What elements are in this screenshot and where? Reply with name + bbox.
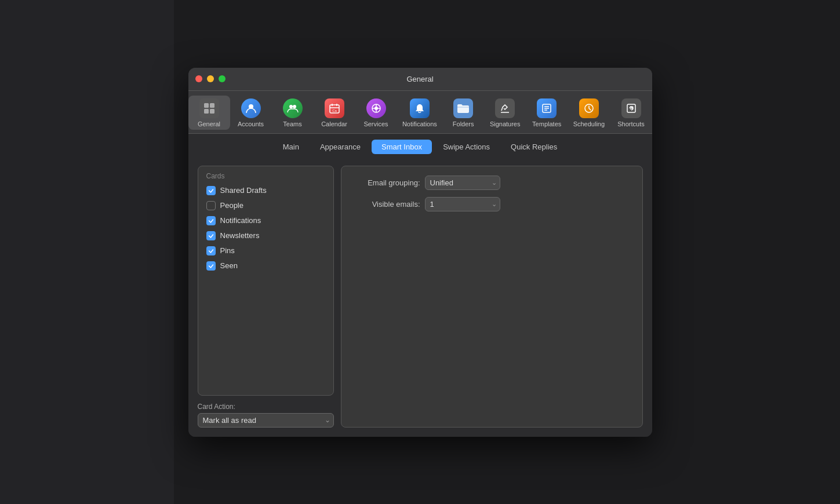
- tab-bar: Main Appearance Smart Inbox Swipe Action…: [188, 134, 652, 159]
- content-area: Cards Shared Drafts People: [188, 159, 652, 437]
- calendar-label: Calendar: [321, 120, 347, 127]
- checkbox-people-check[interactable]: [206, 201, 216, 210]
- checkbox-newsletters-check[interactable]: [206, 231, 216, 240]
- templates-icon: [536, 98, 557, 119]
- teams-icon: [282, 98, 303, 119]
- tab-smart-inbox[interactable]: Smart Inbox: [372, 140, 432, 154]
- checkbox-pins-label: Pins: [220, 246, 235, 255]
- services-label: Services: [363, 120, 388, 127]
- traffic-lights: [195, 75, 226, 82]
- visible-emails-row: Visible emails: 1 2 3 4 5 ⌄: [351, 197, 633, 211]
- shortcuts-label: Shortcuts: [617, 120, 644, 127]
- window-title: General: [406, 75, 433, 83]
- checkbox-seen[interactable]: Seen: [206, 261, 325, 271]
- toolbar: General Accounts: [188, 91, 652, 134]
- checkbox-shared-drafts-label: Shared Drafts: [220, 186, 267, 195]
- svg-rect-1: [210, 103, 214, 108]
- checkbox-pins-check[interactable]: [206, 246, 216, 255]
- email-grouping-select-wrapper: Unified By Account None ⌄: [425, 176, 500, 190]
- email-grouping-label: Email grouping:: [351, 178, 420, 187]
- svg-rect-3: [210, 109, 214, 114]
- checkbox-pins[interactable]: Pins: [206, 246, 325, 255]
- toolbar-item-scheduling[interactable]: Scheduling: [568, 96, 610, 130]
- toolbar-item-services[interactable]: Services: [355, 96, 397, 130]
- toolbar-item-general[interactable]: General: [188, 96, 230, 130]
- visible-emails-select-wrapper: 1 2 3 4 5 ⌄: [425, 197, 500, 211]
- checkbox-notifications-label: Notifications: [220, 216, 261, 225]
- accounts-label: Accounts: [238, 120, 264, 127]
- svg-point-9: [374, 107, 378, 110]
- checkbox-seen-check[interactable]: [206, 261, 216, 271]
- email-grouping-row: Email grouping: Unified By Account None …: [351, 176, 633, 190]
- templates-label: Templates: [532, 120, 561, 127]
- tab-quick-replies[interactable]: Quick Replies: [501, 140, 567, 154]
- email-grouping-select[interactable]: Unified By Account None: [425, 176, 500, 190]
- card-action-select-wrapper: Mark all as read Archive Delete None ⌄: [198, 413, 334, 428]
- signatures-icon: [494, 98, 515, 119]
- toolbar-item-notifications[interactable]: Notifications: [397, 96, 443, 130]
- checkbox-shared-drafts-check[interactable]: [206, 186, 216, 195]
- svg-text:⌘: ⌘: [629, 106, 633, 110]
- minimize-button[interactable]: [207, 75, 214, 82]
- checkbox-newsletters[interactable]: Newsletters: [206, 231, 325, 240]
- close-button[interactable]: [195, 75, 202, 82]
- toolbar-item-accounts[interactable]: Accounts: [230, 96, 272, 130]
- toolbar-item-shortcuts[interactable]: ⌘ Shortcuts: [610, 96, 652, 130]
- tab-appearance[interactable]: Appearance: [310, 140, 370, 154]
- svg-point-6: [293, 105, 296, 108]
- settings-window: General General: [188, 68, 652, 437]
- toolbar-item-templates[interactable]: Templates: [526, 96, 568, 130]
- general-icon: [199, 98, 220, 119]
- svg-point-5: [289, 105, 293, 108]
- cards-box: Cards Shared Drafts People: [198, 166, 334, 396]
- title-bar: General: [188, 68, 652, 91]
- checkbox-notifications[interactable]: Notifications: [206, 216, 325, 225]
- svg-text:Ca: Ca: [332, 109, 337, 112]
- right-panel: Email grouping: Unified By Account None …: [341, 166, 643, 428]
- teams-label: Teams: [283, 120, 301, 127]
- checkbox-notifications-check[interactable]: [206, 216, 216, 225]
- visible-emails-select[interactable]: 1 2 3 4 5: [425, 197, 500, 211]
- toolbar-item-calendar[interactable]: Ca Calendar: [314, 96, 355, 130]
- checkbox-seen-label: Seen: [220, 261, 238, 270]
- cards-section-label: Cards: [206, 172, 325, 180]
- checkbox-newsletters-label: Newsletters: [220, 231, 260, 240]
- card-action-section: Card Action: Mark all as read Archive De…: [198, 403, 334, 428]
- tab-swipe-actions[interactable]: Swipe Actions: [433, 140, 500, 154]
- folders-label: Folders: [453, 120, 474, 127]
- toolbar-item-teams[interactable]: Teams: [272, 96, 314, 130]
- notifications-icon: [409, 98, 430, 119]
- checkbox-people-label: People: [220, 201, 243, 210]
- svg-rect-0: [204, 103, 209, 108]
- accounts-icon: [241, 98, 261, 119]
- svg-rect-2: [204, 109, 209, 114]
- cards-panel: Cards Shared Drafts People: [198, 166, 334, 428]
- card-action-select[interactable]: Mark all as read Archive Delete None: [198, 413, 334, 428]
- notifications-label: Notifications: [402, 120, 437, 127]
- tab-main[interactable]: Main: [273, 140, 309, 154]
- folders-icon: [453, 98, 474, 119]
- toolbar-item-folders[interactable]: Folders: [442, 96, 484, 130]
- scheduling-icon: [579, 98, 599, 119]
- calendar-icon: Ca: [324, 98, 345, 119]
- card-action-label: Card Action:: [198, 403, 334, 411]
- maximize-button[interactable]: [219, 75, 226, 82]
- visible-emails-label: Visible emails:: [351, 200, 420, 209]
- shortcuts-icon: ⌘: [621, 98, 642, 119]
- signatures-label: Signatures: [490, 120, 521, 127]
- general-label: General: [198, 120, 220, 127]
- toolbar-item-signatures[interactable]: Signatures: [484, 96, 526, 130]
- scheduling-label: Scheduling: [573, 120, 605, 127]
- checkbox-shared-drafts[interactable]: Shared Drafts: [206, 186, 325, 195]
- checkbox-people[interactable]: People: [206, 201, 325, 210]
- services-icon: [366, 98, 387, 119]
